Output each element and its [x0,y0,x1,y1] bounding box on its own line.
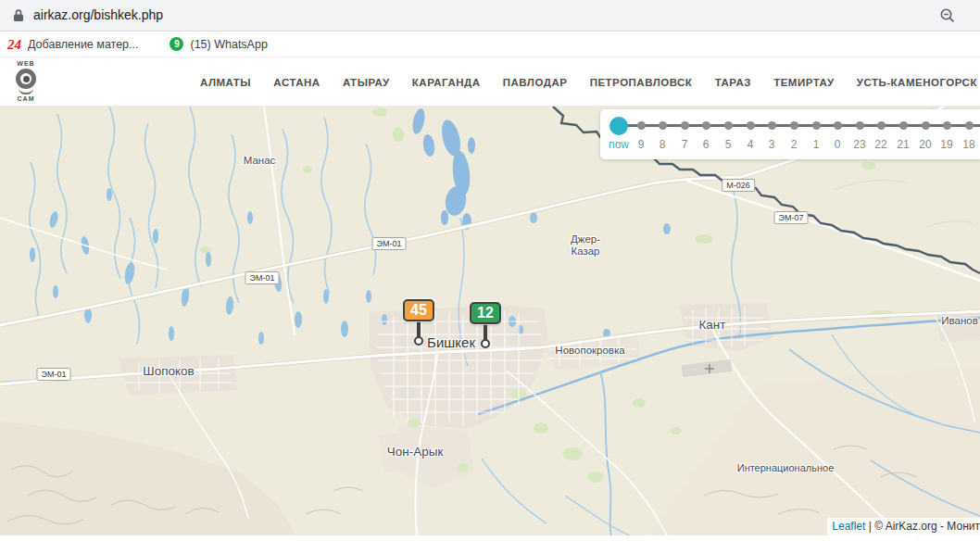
road-badge-m026: М-026 [722,179,755,192]
bookmarks-bar: 24 Добавление матер... 9 (15) WhatsApp [0,31,980,57]
leaflet-link[interactable]: Leaflet [832,520,865,533]
bookmark-whatsapp[interactable]: 9 (15) WhatsApp [170,37,267,51]
zoom-out-icon[interactable] [939,7,956,28]
24kg-favicon-icon: 24 [7,37,21,52]
map-label-ivanov: Иванов [941,315,978,327]
nav-ust-kamenogorsk[interactable]: УСТЬ-КАМЕНОГОРСК [857,77,977,88]
city-nav: АЛМАТЫ АСТАНА АТЫРАУ КАРАГАНДА ПАВЛОДАР … [200,57,977,107]
nav-astana[interactable]: АСТАНА [273,77,320,88]
slider-handle[interactable] [609,117,628,135]
road-badge-em01: ЭМ-01 [372,237,407,250]
logo-word-top: WEB [9,60,43,68]
camera-lens-icon [16,69,36,89]
logo-word-bottom: CAM [9,95,43,103]
lock-icon [13,8,24,26]
bookmark-dobavlenie[interactable]: 24 Добавление матер... [7,37,138,52]
nav-karaganda[interactable]: КАРАГАНДА [412,77,481,88]
nav-petropavlovsk[interactable]: ПЕТРОПАВЛОВСК [590,77,693,88]
marker-stem [484,324,487,340]
bookmark-label: Добавление матер... [28,38,138,51]
site-header: WEB CAM АЛМАТЫ АСТАНА АТЫРАУ КАРАГАНДА П… [0,57,980,107]
map-label-internatsionalnoye: Интернациональное [737,462,835,474]
road-badge-em01: ЭМ-01 [37,368,71,381]
nav-taraz[interactable]: ТАРАЗ [715,77,751,88]
bookmark-label: (15) WhatsApp [190,38,267,51]
map-label-manas: Манас [244,155,276,167]
aqi-value-badge[interactable]: 45 [403,299,434,321]
address-bar[interactable]: airkaz.org/bishkek.php [0,0,980,31]
map-label-chon-aryk: Чон-Арык [387,445,444,459]
road-badge-em01: ЭМ-01 [245,271,280,284]
nav-atyrau[interactable]: АТЫРАУ [343,77,390,88]
aqi-value-badge[interactable]: 12 [470,302,501,324]
slider-tick-18[interactable]: 18 [955,115,980,151]
road-badge-em07: ЭМ-07 [774,211,809,224]
nav-temirtau[interactable]: ТЕМИРТАУ [773,77,834,88]
url-text[interactable]: airkaz.org/bishkek.php [33,7,163,22]
time-slider[interactable]: now 9 8 7 6 5 4 3 2 1 0 23 22 21 20 19 1… [600,109,980,159]
whatsapp-badge-icon: 9 [170,37,183,51]
browser-window: airkaz.org/bishkek.php 24 Добавление мат… [0,0,980,541]
map-container[interactable]: Манас Джер- Казар Кант Новопокровка Шопо… [0,107,980,535]
slider-tick-label: 18 [955,138,980,151]
map-attribution: Leaflet | © AirKaz.org - Монит [827,518,980,535]
map-label-kant: Кант [698,318,725,333]
nav-pavlodar[interactable]: ПАВЛОДАР [503,77,568,88]
map-label-dzher-kazar: Джер- Казар [571,233,600,258]
marker-anchor-dot [414,336,423,346]
camera-stand-icon [19,88,33,94]
marker-anchor-dot [481,339,490,348]
marker-stem [417,321,421,337]
webcam-logo[interactable]: WEB CAM [9,60,43,103]
nav-almaty[interactable]: АЛМАТЫ [200,77,251,88]
map-label-novopokrovka: Новопокровка [555,345,624,357]
attribution-text: | © AirKaz.org - Монит [865,520,980,533]
map-label-shopokov: Шопоков [143,364,194,379]
map-label-bishkek: Бишкек [427,334,475,350]
